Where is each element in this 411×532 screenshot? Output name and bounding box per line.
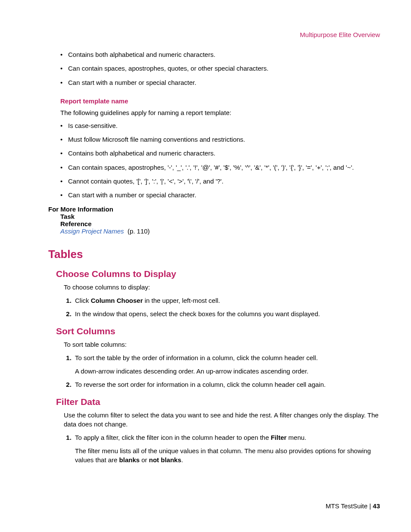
list-item: Can contain spaces, apostrophes, '-', '_… bbox=[60, 163, 380, 172]
choose-columns-steps: Click Column Chooser in the upper, left-… bbox=[64, 296, 380, 318]
filter-data-heading: Filter Data bbox=[56, 397, 380, 407]
choose-columns-intro: To choose columns to display: bbox=[64, 283, 380, 292]
list-item: To reverse the sort order for informatio… bbox=[73, 380, 380, 389]
list-item: Click Column Chooser in the upper, left-… bbox=[73, 296, 380, 305]
list-item: Contains both alphabetical and numeric c… bbox=[60, 149, 380, 158]
step-text: in the upper, left-most cell. bbox=[143, 297, 220, 304]
more-info-task: Task bbox=[60, 213, 380, 220]
assign-project-names-link[interactable]: Assign Project Names bbox=[60, 227, 124, 235]
list-item: Cannot contain quotes, '[', ']', ':', '|… bbox=[60, 177, 380, 186]
sort-columns-intro: To sort table columns: bbox=[64, 340, 380, 349]
report-template-intro: The following guidelines apply for namin… bbox=[60, 108, 380, 117]
report-template-heading: Report template name bbox=[60, 97, 380, 105]
step-text: . bbox=[181, 456, 183, 464]
list-item: To apply a filter, click the filter icon… bbox=[73, 433, 380, 464]
bold-text: blanks bbox=[119, 456, 140, 464]
step-subtext: The filter menu lists all of the unique … bbox=[75, 446, 380, 464]
header-breadcrumb[interactable]: Multipurpose Elite Overview bbox=[48, 31, 380, 38]
tables-heading: Tables bbox=[48, 248, 380, 261]
bold-text: not blanks bbox=[149, 456, 181, 464]
bold-text: Column Chooser bbox=[91, 297, 143, 304]
footer-sep: | bbox=[367, 502, 373, 510]
list-item: Contains both alphabetical and numeric c… bbox=[60, 50, 380, 59]
filter-data-intro: Use the column filter to select the data… bbox=[64, 411, 380, 429]
top-bullet-list: Contains both alphabetical and numeric c… bbox=[48, 50, 380, 87]
page-container: Multipurpose Elite Overview Contains bot… bbox=[0, 0, 411, 532]
filter-data-steps: To apply a filter, click the filter icon… bbox=[64, 433, 380, 464]
step-text: or bbox=[140, 456, 149, 464]
step-text: To sort the table by the order of inform… bbox=[75, 354, 318, 361]
bold-text: Filter bbox=[271, 434, 286, 441]
list-item: Can contain spaces, apostrophes, quotes,… bbox=[60, 64, 380, 73]
report-template-bullets: Is case-sensitive. Must follow Microsoft… bbox=[48, 121, 380, 200]
more-info-block: For More Information Task Reference Assi… bbox=[48, 205, 380, 235]
list-item: Can start with a number or special chara… bbox=[60, 78, 380, 87]
list-item: To sort the table by the order of inform… bbox=[73, 353, 380, 376]
step-text: menu. bbox=[286, 434, 306, 441]
list-item: Is case-sensitive. bbox=[60, 121, 380, 130]
step-text: To apply a filter, click the filter icon… bbox=[75, 434, 271, 441]
list-item: In the window that opens, select the che… bbox=[73, 309, 380, 318]
more-info-reference: Reference bbox=[60, 220, 380, 227]
page-footer: MTS TestSuite | 43 bbox=[326, 502, 380, 510]
more-info-link-row: Assign Project Names (p. 110) bbox=[60, 227, 380, 235]
list-item: Can start with a number or special chara… bbox=[60, 191, 380, 199]
more-info-title: For More Information bbox=[48, 205, 380, 213]
link-page-ref: (p. 110) bbox=[128, 227, 150, 235]
step-text: Click bbox=[75, 297, 91, 304]
sort-columns-heading: Sort Columns bbox=[56, 326, 380, 336]
step-subtext: A down-arrow indicates descending order.… bbox=[75, 367, 380, 376]
sort-columns-steps: To sort the table by the order of inform… bbox=[64, 353, 380, 389]
footer-product: MTS TestSuite bbox=[326, 502, 367, 510]
footer-page-number: 43 bbox=[373, 502, 380, 510]
choose-columns-heading: Choose Columns to Display bbox=[56, 269, 380, 279]
list-item: Must follow Microsoft file naming conven… bbox=[60, 135, 380, 144]
